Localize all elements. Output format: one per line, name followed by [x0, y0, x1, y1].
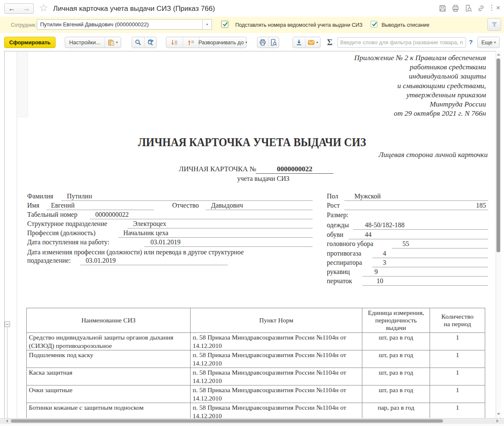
cell-name[interactable]: Средство индивидуальной защиты органов д… — [27, 333, 191, 350]
header-unit[interactable]: Единица измерения, периодичность выдачи — [362, 308, 430, 333]
printer-icon — [259, 39, 266, 46]
field-mittens-value: 9 — [374, 268, 378, 276]
table-row: Каска защитная п. 58 Приказа Минздравсоц… — [27, 368, 485, 385]
generate-button[interactable]: Сформировать — [4, 37, 56, 48]
group-collapse-button[interactable] — [5, 322, 10, 327]
send-email-button[interactable]: ▾ — [305, 37, 320, 48]
sum-button[interactable]: Σ — [325, 38, 335, 47]
preview-icon[interactable] — [465, 5, 472, 12]
cell-name[interactable]: Очки защитные — [27, 385, 191, 403]
cell-norm[interactable]: п. 58 Приказа Минздравсоцразвития России… — [191, 368, 362, 385]
chevron-down-icon: ▾ — [494, 41, 496, 44]
search-button[interactable] — [132, 37, 144, 48]
search-next-button[interactable] — [144, 37, 156, 48]
link-icon[interactable] — [477, 5, 485, 12]
expand-rows-icon — [171, 39, 178, 46]
chevron-down-icon: ▾ — [245, 41, 247, 44]
appendix-line: Минтруда России — [354, 99, 486, 109]
expand-to-button[interactable]: Разворачивать до ▾ — [199, 37, 246, 48]
filter-button[interactable] — [487, 18, 501, 31]
cell-unit[interactable]: шт, раз в год — [362, 350, 430, 368]
table-header-row: Наименование СИЗ Пункт Норм Единица изме… — [27, 308, 485, 333]
employee-combo[interactable]: ▾ — [37, 19, 212, 30]
help-icon[interactable]: ? — [469, 38, 473, 46]
employee-dropdown-button[interactable]: ▾ — [202, 20, 211, 29]
checkbox-writeoff[interactable] — [371, 21, 377, 28]
vertical-scroll-thumb[interactable] — [496, 58, 500, 252]
appendix-line: от 29 октября 2021 г. N 766н — [354, 109, 486, 118]
cell-unit[interactable]: шт, раз в год — [362, 333, 430, 350]
search-next-icon — [147, 39, 154, 46]
appendix-line: работников средствами — [354, 62, 486, 71]
header-name[interactable]: Наименование СИЗ — [27, 308, 191, 333]
table-row: Средство индивидуальной защиты органов д… — [27, 333, 485, 350]
field-personnel-label: Табельный номер — [27, 210, 77, 219]
print-preview-button[interactable] — [268, 37, 279, 48]
more-menu-icon[interactable]: ⋮ — [488, 3, 495, 13]
appendix-line: и смывающими средствами, — [354, 81, 486, 90]
field-gloves-label: перчаток — [327, 277, 352, 285]
save-icon[interactable] — [439, 5, 446, 12]
favorite-star-icon[interactable]: ☆ — [39, 2, 48, 14]
window-title: Личная карточка учета выдачи СИЗ (Приказ… — [53, 5, 215, 13]
cell-qty[interactable]: 1 — [430, 333, 485, 350]
employee-bar: Сотрудник: ▾ Подставлять номера ведомост… — [0, 17, 504, 33]
cell-norm[interactable]: п. 58 Приказа Минздравсоцразвития России… — [191, 333, 362, 350]
print-button[interactable] — [257, 37, 268, 48]
cell-name[interactable]: Подшлемник под каску — [27, 350, 191, 368]
field-height-value: 185 — [460, 201, 486, 210]
collapse-rows-button[interactable] — [183, 37, 199, 48]
print-icon[interactable] — [452, 5, 459, 12]
more-label: Еще — [481, 39, 492, 46]
copy-settings-button[interactable]: ▾ — [104, 37, 121, 48]
field-personnel-value: 0000000022 — [95, 210, 129, 219]
field-position-value: Начальник цеха — [123, 229, 168, 237]
save-file-button[interactable] — [293, 37, 305, 48]
appendix-line: Приложение № 2 к Правилам обеспечения — [354, 53, 486, 62]
field-division-value: Электроцех — [133, 220, 166, 228]
report-window: ← → ☆ Личная карточка учета выдачи СИЗ (… — [0, 0, 504, 426]
collapse-rows-icon — [187, 39, 195, 46]
card-number-underline — [256, 173, 333, 174]
table-row: Подшлемник под каску п. 58 Приказа Минзд… — [27, 350, 485, 368]
field-lastname-value: Путилин — [67, 192, 92, 200]
field-middlename-value: Давыдович — [211, 201, 243, 210]
field-division-label: Структурное подразделение — [27, 220, 107, 228]
employee-input[interactable] — [37, 20, 204, 29]
back-button[interactable]: ← — [4, 3, 19, 14]
close-icon[interactable]: × — [496, 3, 500, 13]
scroll-down-arrow[interactable] — [497, 413, 500, 415]
scroll-up-arrow[interactable] — [497, 53, 500, 56]
field-position-label: Профессия (должность) — [27, 229, 96, 237]
cell-name[interactable]: Каска защитная — [27, 368, 191, 385]
field-shoes-label: обуви — [327, 231, 344, 239]
header-norm[interactable]: Пункт Норм — [191, 308, 362, 333]
scroll-left-arrow[interactable] — [6, 419, 8, 423]
checkbox-substitute[interactable] — [221, 21, 228, 28]
chevron-down-icon: ▾ — [316, 41, 318, 44]
scroll-right-arrow[interactable] — [496, 419, 499, 423]
chevron-down-icon: ▾ — [116, 41, 118, 44]
header-qty[interactable]: Количество на период — [430, 308, 485, 333]
cell-norm[interactable]: п. 58 Приказа Минздравсоцразвития России… — [191, 385, 362, 403]
filter-input[interactable] — [337, 37, 466, 48]
copy-settings-icon — [108, 39, 115, 46]
cell-unit[interactable]: шт, раз в год — [362, 385, 430, 403]
print-preview-icon — [270, 39, 277, 46]
more-button[interactable]: Еще ▾ — [477, 37, 500, 48]
field-size-label: Размер: — [327, 211, 349, 219]
horizontal-scroll-thumb[interactable] — [11, 419, 443, 423]
card-number-label: ЛИЧНАЯ КАРТОЧКА № — [179, 165, 256, 173]
cell-norm[interactable]: п. 58 Приказа Минздравсоцразвития России… — [191, 350, 362, 368]
siz-table: Наименование СИЗ Пункт Норм Единица изме… — [26, 308, 485, 421]
cell-unit[interactable]: шт, раз в год — [362, 368, 430, 385]
settings-button[interactable]: Настройки... — [65, 37, 104, 48]
document-subtitle: Лицевая сторона личной карточки — [379, 150, 488, 159]
expand-rows-button[interactable] — [166, 37, 183, 48]
cell-qty[interactable]: 1 — [430, 385, 485, 403]
field-height-label: Рост — [327, 201, 340, 210]
forward-button[interactable]: → — [19, 3, 34, 14]
cell-qty[interactable]: 1 — [430, 368, 485, 385]
toolbar: Сформировать Настройки... ▾ — [0, 33, 504, 51]
cell-qty[interactable]: 1 — [430, 350, 485, 368]
